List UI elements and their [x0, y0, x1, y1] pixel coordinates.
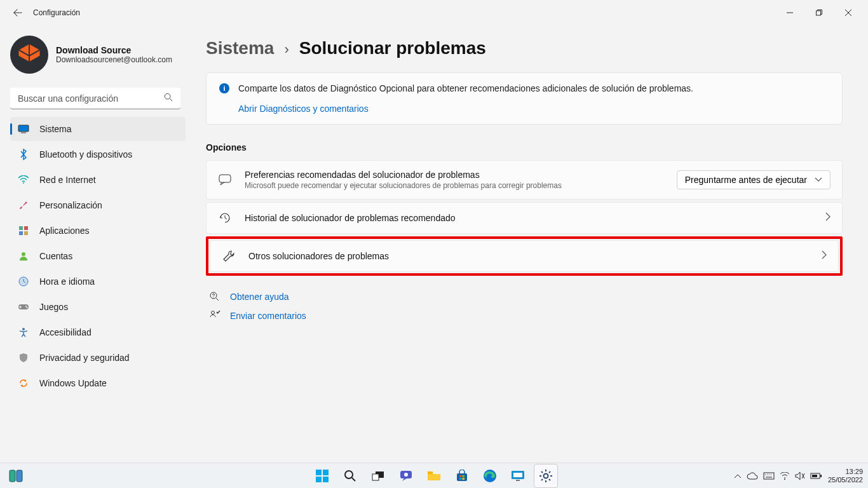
svg-rect-22 [316, 477, 322, 482]
search-button[interactable] [338, 464, 362, 488]
keyboard-icon [763, 472, 775, 480]
sidebar-item-label: Juegos [39, 302, 68, 312]
close-icon [844, 9, 852, 17]
svg-rect-33 [459, 478, 462, 480]
prefs-dropdown[interactable]: Preguntarme antes de ejecutar [677, 170, 831, 189]
svg-rect-21 [323, 470, 329, 475]
onedrive-icon [747, 472, 758, 480]
svg-rect-29 [428, 471, 433, 474]
svg-point-4 [23, 182, 24, 184]
dropdown-value: Preguntarme antes de ejecutar [685, 175, 807, 185]
feedback-link[interactable]: Enviar comentarios [206, 306, 843, 325]
edge-icon [483, 469, 497, 483]
widgets-button[interactable] [4, 464, 28, 488]
maximize-button[interactable] [804, 0, 834, 25]
minimize-button[interactable] [775, 0, 804, 25]
breadcrumb: Sistema › Solucionar problemas [206, 38, 843, 58]
svg-point-12 [25, 306, 27, 307]
teams-icon [399, 470, 413, 482]
help-links: Obtener ayuda Enviar comentarios [206, 287, 843, 325]
store-button[interactable] [450, 464, 474, 488]
gear-icon [539, 469, 553, 483]
sidebar-item-accesibilidad[interactable]: Accesibilidad [10, 320, 186, 344]
taskbar: 13:29 25/05/2022 [0, 463, 868, 488]
gaming-icon [18, 301, 29, 313]
settings-button[interactable] [534, 464, 558, 488]
edge-button[interactable] [478, 464, 502, 488]
svg-rect-8 [24, 231, 28, 235]
svg-rect-31 [459, 475, 462, 477]
avatar [10, 36, 48, 74]
start-button[interactable] [310, 464, 334, 488]
sidebar-item-personalizacion[interactable]: Personalización [10, 193, 186, 217]
sidebar-item-label: Privacidad y seguridad [39, 353, 130, 363]
profile-block[interactable]: Download Source Downloadsourcenet@outloo… [10, 32, 186, 83]
svg-point-24 [345, 471, 353, 478]
sidebar-item-update[interactable]: Windows Update [10, 371, 186, 395]
info-text: Comparte los datos de Diagnóstico Opcion… [238, 83, 693, 93]
sidebar-item-sistema[interactable]: Sistema [10, 117, 186, 141]
brush-icon [18, 200, 29, 211]
windows-icon [315, 469, 329, 483]
explorer-button[interactable] [422, 464, 446, 488]
taskview-button[interactable] [366, 464, 390, 488]
bluetooth-icon [18, 149, 29, 160]
sidebar-item-red[interactable]: Red e Internet [10, 168, 186, 192]
chevron-right-icon [825, 212, 831, 224]
help-icon [208, 291, 221, 302]
content-area: Sistema › Solucionar problemas i Compart… [191, 25, 868, 463]
card-other-troubleshooters[interactable]: Otros solucionadores de problemas [210, 240, 839, 272]
sidebar-item-aplicaciones[interactable]: Aplicaciones [10, 219, 186, 243]
svg-rect-40 [764, 473, 774, 479]
shield-icon [18, 352, 29, 363]
tray-area[interactable] [734, 471, 822, 480]
sidebar-item-privacidad[interactable]: Privacidad y seguridad [10, 346, 186, 370]
svg-rect-37 [513, 473, 522, 477]
highlight-box: Otros solucionadores de problemas [206, 236, 843, 276]
sidebar-item-bluetooth[interactable]: Bluetooth y dispositivos [10, 142, 186, 166]
svg-rect-30 [457, 473, 467, 481]
svg-rect-44 [820, 475, 822, 477]
sidebar-item-label: Windows Update [39, 378, 107, 388]
svg-rect-19 [17, 470, 22, 482]
sidebar-item-label: Sistema [39, 124, 72, 134]
time-icon [18, 276, 29, 287]
svg-point-41 [784, 478, 785, 480]
titlebar: Configuración [0, 0, 868, 25]
search-input[interactable] [10, 88, 180, 109]
get-help-link[interactable]: Obtener ayuda [206, 287, 843, 306]
sidebar-item-cuentas[interactable]: Cuentas [10, 244, 186, 268]
accessibility-icon [18, 327, 29, 338]
volume-icon [795, 471, 805, 480]
svg-rect-26 [372, 474, 379, 480]
search-box[interactable] [10, 88, 183, 109]
get-help-label: Obtener ayuda [230, 292, 289, 302]
wifi-icon [18, 174, 29, 186]
card-history[interactable]: Historial de solucionador de problemas r… [206, 202, 843, 234]
back-button[interactable] [5, 0, 31, 25]
folder-icon [427, 470, 441, 482]
minimize-icon [786, 9, 794, 17]
page-title: Solucionar problemas [299, 38, 486, 58]
prefs-subtitle: Microsoft puede recomendar y ejecutar so… [245, 181, 664, 190]
sidebar-item-hora[interactable]: Hora e idioma [10, 269, 186, 294]
profile-email: Downloadsourcenet@outlook.com [56, 55, 172, 64]
sidebar-item-label: Cuentas [39, 251, 72, 261]
restore-icon [815, 9, 823, 17]
app-button[interactable] [506, 464, 530, 488]
svg-rect-2 [18, 125, 29, 132]
clock[interactable]: 13:29 25/05/2022 [828, 468, 863, 484]
breadcrumb-parent[interactable]: Sistema [206, 38, 274, 58]
accounts-icon [18, 250, 29, 262]
chat-button[interactable] [394, 464, 418, 488]
svg-rect-5 [19, 226, 23, 230]
open-diagnostics-link[interactable]: Abrir Diagnósticos y comentarios [238, 104, 829, 114]
update-icon [18, 377, 29, 389]
sidebar-item-label: Bluetooth y dispositivos [39, 149, 132, 159]
sidebar-item-label: Accesibilidad [39, 327, 92, 337]
wrench-icon [222, 250, 236, 262]
sidebar-item-juegos[interactable]: Juegos [10, 295, 186, 319]
svg-point-13 [27, 307, 28, 308]
history-icon [218, 212, 232, 224]
close-button[interactable] [834, 0, 863, 25]
